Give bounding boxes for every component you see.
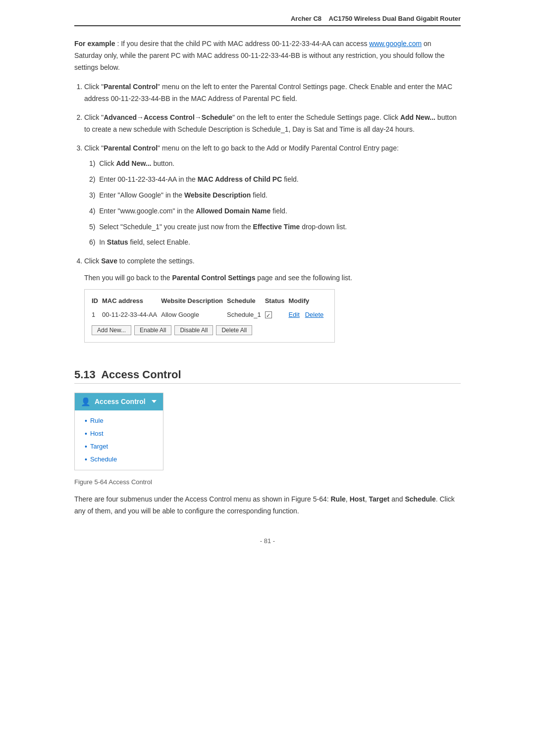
col-website: Website Description	[161, 295, 227, 308]
main-steps-list: Click "Parental Control" menu on the lef…	[84, 81, 461, 354]
substep-1: 1) Click Add New... button.	[89, 158, 461, 170]
step3-bold: Parental Control	[104, 144, 158, 152]
step2-bold: Advanced→Access Control→Schedule	[104, 113, 232, 121]
bottom-target: Target	[369, 495, 390, 503]
menu-item-schedule[interactable]: Schedule	[75, 453, 163, 466]
menu-item-host-label: Host	[90, 430, 104, 437]
col-schedule: Schedule	[227, 295, 265, 308]
enable-all-button[interactable]: Enable All	[134, 325, 171, 335]
access-control-menu-widget: 👤 Access Control Rule Host Target Schedu…	[74, 393, 163, 470]
substep-1-num: 1)	[89, 159, 95, 167]
menu-items-list: Rule Host Target Schedule	[75, 410, 163, 470]
chevron-down-icon	[152, 400, 157, 403]
substep-3: 3) Enter "Allow Google" in the Website D…	[89, 190, 461, 202]
disable-all-button[interactable]: Disable All	[174, 325, 213, 335]
menu-item-host[interactable]: Host	[75, 427, 163, 440]
cell-schedule: Schedule_1	[227, 308, 265, 321]
model-name: Archer C8	[291, 15, 321, 22]
table-header-row: ID MAC address Website Description Sched…	[92, 295, 327, 308]
section-number: 5.13	[74, 368, 96, 381]
substep-4-num: 4)	[89, 207, 95, 215]
bottom-schedule: Schedule	[405, 495, 435, 503]
cell-id: 1	[92, 308, 102, 321]
col-id: ID	[92, 295, 102, 308]
menu-item-rule[interactable]: Rule	[75, 414, 163, 427]
bottom-rule: Rule	[331, 495, 346, 503]
step-2: Click "Advanced→Access Control→Schedule"…	[84, 112, 461, 136]
table-row: 1 00-11-22-33-44-AA Allow Google Schedul…	[92, 308, 327, 321]
menu-item-schedule-label: Schedule	[90, 455, 117, 463]
cell-mac: 00-11-22-33-44-AA	[102, 308, 161, 321]
parental-control-table-container: ID MAC address Website Description Sched…	[84, 289, 335, 343]
page-number: - 81 -	[74, 537, 461, 545]
intro-text-1: : If you desire that the child PC with M…	[117, 40, 369, 48]
section-title: Access Control	[101, 368, 181, 381]
substep-6-num: 6)	[89, 238, 95, 246]
substep-5: 5) Select "Schedule_1" you create just n…	[89, 221, 461, 233]
header-bar: Archer C8 AC1750 Wireless Dual Band Giga…	[74, 15, 461, 26]
substep-5-num: 5)	[89, 223, 95, 231]
menu-item-target-label: Target	[90, 443, 108, 450]
intro-bold: For example	[74, 40, 115, 48]
cell-modify: Edit Delete	[288, 308, 327, 321]
substep-2: 2) Enter 00-11-22-33-44-AA in the MAC Ad…	[89, 174, 461, 186]
intro-link[interactable]: www.google.com	[369, 40, 422, 48]
delete-link[interactable]: Delete	[305, 311, 324, 318]
parental-control-table: ID MAC address Website Description Sched…	[92, 295, 327, 321]
table-action-buttons: Add New... Enable All Disable All Delete…	[92, 325, 327, 335]
access-control-icon: 👤	[81, 397, 91, 406]
product-name: AC1750 Wireless Dual Band Gigabit Router	[329, 15, 461, 22]
menu-item-target[interactable]: Target	[75, 440, 163, 453]
edit-link[interactable]: Edit	[288, 311, 299, 318]
cell-status	[265, 308, 289, 321]
step-3: Click "Parental Control" menu on the lef…	[84, 143, 461, 249]
col-mac: MAC address	[102, 295, 161, 308]
menu-header-label: Access Control	[95, 398, 146, 405]
menu-item-rule-label: Rule	[90, 417, 104, 424]
cell-description: Allow Google	[161, 308, 227, 321]
step-4: Click Save to complete the settings. The…	[84, 255, 461, 354]
substeps-list: 1) Click Add New... button. 2) Enter 00-…	[89, 158, 461, 249]
col-status: Status	[265, 295, 289, 308]
figure-caption: Figure 5-64 Access Control	[74, 478, 461, 486]
col-modify: Modify	[288, 295, 327, 308]
substep-2-num: 2)	[89, 175, 95, 183]
delete-all-button[interactable]: Delete All	[216, 325, 252, 335]
substep-3-num: 3)	[89, 191, 95, 199]
bottom-description: There are four submenus under the Access…	[74, 494, 461, 517]
step-1: Click "Parental Control" menu on the lef…	[84, 81, 461, 105]
intro-paragraph: For example : If you desire that the chi…	[74, 38, 461, 73]
substep-4: 4) Enter "www.google.com" in the Allowed…	[89, 205, 461, 217]
substep-6: 6) In Status field, select Enable.	[89, 237, 461, 249]
step1-bold: Parental Control	[104, 83, 158, 91]
status-checkbox[interactable]	[265, 311, 272, 318]
step2-addnew: Add New...	[400, 113, 435, 121]
bottom-host: Host	[350, 495, 365, 503]
menu-header[interactable]: 👤 Access Control	[75, 393, 163, 410]
step4-extra: Then you will go back to the Parental Co…	[84, 272, 461, 284]
section-heading: 5.13 Access Control	[74, 368, 461, 384]
add-new-button[interactable]: Add New...	[92, 325, 131, 335]
